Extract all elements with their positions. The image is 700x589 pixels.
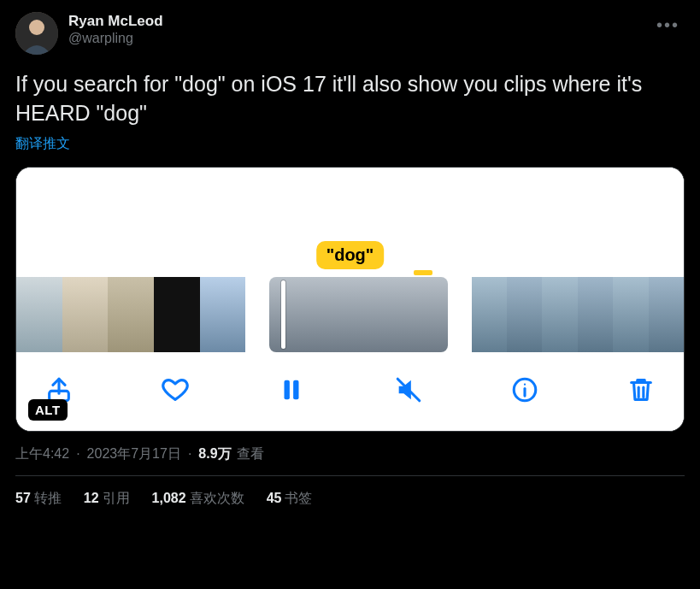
clip-timeline[interactable] <box>16 275 684 357</box>
handle[interactable]: @warpling <box>68 30 163 47</box>
more-button[interactable]: ••• <box>651 12 685 38</box>
svg-point-8 <box>524 383 526 385</box>
svg-point-1 <box>29 20 44 35</box>
tweet-time[interactable]: 上午4:42 <box>15 445 69 463</box>
clip-frame <box>613 277 648 352</box>
playhead[interactable] <box>281 280 285 349</box>
separator <box>186 446 193 462</box>
clip-frame <box>507 277 542 352</box>
stat-label: 转推 <box>34 491 62 505</box>
clip-frame <box>649 277 684 352</box>
clip-frame <box>472 277 507 352</box>
likes-stat[interactable]: 1,082喜欢次数 <box>152 490 244 508</box>
heart-icon <box>161 375 190 404</box>
info-button[interactable] <box>504 369 545 410</box>
clip-frame <box>108 277 154 352</box>
stat-label: 引用 <box>103 491 130 505</box>
views-count[interactable]: 8.9万 <box>198 445 231 463</box>
clip-frame <box>578 277 613 352</box>
stats-row: 57转推 12引用 1,082喜欢次数 45书签 <box>15 476 685 508</box>
retweets-stat[interactable]: 57转推 <box>15 490 62 508</box>
trash-icon <box>626 375 656 404</box>
clip-frame <box>62 277 109 352</box>
stat-number: 12 <box>84 491 99 505</box>
media-card[interactable]: "dog" <box>15 167 685 432</box>
clip-frame <box>16 277 62 352</box>
views-label: 查看 <box>237 445 264 463</box>
clip-frame <box>388 277 448 352</box>
author-block: Ryan McLeod @warpling <box>68 12 163 47</box>
bookmarks-stat[interactable]: 45书签 <box>267 490 313 508</box>
tweet-text: If you search for "dog" on iOS 17 it'll … <box>15 70 685 128</box>
stat-number: 45 <box>267 491 282 505</box>
mute-button[interactable] <box>388 369 429 410</box>
clip-group[interactable] <box>16 277 245 352</box>
info-icon <box>510 375 539 404</box>
quotes-stat[interactable]: 12引用 <box>84 490 130 508</box>
alt-badge[interactable]: ALT <box>28 399 68 421</box>
stat-number: 57 <box>15 491 31 505</box>
more-icon: ••• <box>656 15 679 34</box>
search-term-pill: "dog" <box>316 241 385 269</box>
tweet-date[interactable]: 2023年7月17日 <box>87 445 181 463</box>
clip-frame <box>329 277 389 352</box>
display-name[interactable]: Ryan McLeod <box>68 12 163 30</box>
pause-icon <box>277 375 306 404</box>
meta-row: 上午4:42 2023年7月17日 8.9万 查看 <box>15 445 685 463</box>
tweet-container: Ryan McLeod @warpling ••• If you search … <box>0 0 700 508</box>
svg-rect-3 <box>285 380 290 399</box>
clip-group-active[interactable] <box>269 277 448 352</box>
trash-button[interactable] <box>621 369 662 410</box>
media-toolbar <box>16 357 684 431</box>
like-button[interactable] <box>155 369 196 410</box>
stat-number: 1,082 <box>152 491 186 505</box>
stat-label: 书签 <box>285 491 312 505</box>
clip-frame <box>269 277 329 352</box>
clip-frame <box>542 277 577 352</box>
translate-link[interactable]: 翻译推文 <box>15 135 70 153</box>
clip-frame <box>200 277 246 352</box>
pause-button[interactable] <box>271 369 312 410</box>
stat-label: 喜欢次数 <box>190 491 244 505</box>
clip-frame <box>154 277 200 352</box>
clip-group[interactable] <box>472 277 684 352</box>
svg-rect-4 <box>294 380 299 399</box>
avatar[interactable] <box>15 12 58 55</box>
search-term-row: "dog" <box>16 244 684 275</box>
timeline-marker <box>414 270 432 275</box>
media-padding <box>16 168 684 244</box>
tweet-header: Ryan McLeod @warpling ••• <box>15 12 685 55</box>
mute-icon <box>394 375 423 404</box>
separator <box>74 446 81 462</box>
